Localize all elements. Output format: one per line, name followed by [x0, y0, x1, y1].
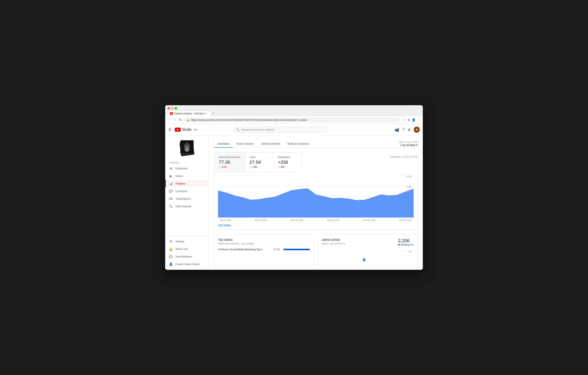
sidebar-label-videos: Videos: [175, 175, 183, 177]
stats-row: Watch time (minutes) 77.3K ↓ ↓ 11% Views…: [214, 152, 302, 172]
sidebar-label-whats-new: What's new: [175, 248, 188, 250]
sidebar-item-whats-new[interactable]: 🔔 What's new: [165, 245, 209, 253]
sidebar-item-other-features[interactable]: 🔍 Other features: [165, 202, 209, 210]
video-views-0: 37.4K: [273, 248, 281, 251]
main-content: Overview Reach viewers Interest viewers …: [209, 135, 423, 270]
logo-svg: [180, 140, 194, 154]
refresh-button[interactable]: ↻: [179, 118, 182, 122]
stat-change-views: ↓ ↓ 10%: [250, 166, 269, 168]
sidebar-label-creator-studio: Creator Studio Classic: [175, 263, 200, 266]
sidebar-item-dashboard[interactable]: ⊞ Dashboard: [165, 165, 209, 172]
sidebar-item-settings[interactable]: ⚙ Settings: [165, 238, 209, 245]
tab-overview[interactable]: Overview: [214, 140, 233, 147]
back-button[interactable]: ←: [168, 118, 171, 122]
stat-label-watch-time: Watch time (minutes): [219, 156, 240, 158]
bookmark-icon[interactable]: ☆: [403, 118, 406, 122]
lock-icon: 🔒: [187, 119, 189, 121]
comments-icon: 💬: [169, 189, 173, 193]
date-label-text: Last 28 days ▾: [400, 143, 418, 146]
date-range-selector[interactable]: Mar 5 – Apr 1, 2019 Last 28 days ▾: [399, 141, 418, 146]
sidebar-label-send-feedback: Send feedback: [175, 255, 192, 258]
videos-icon: ▶: [169, 174, 173, 178]
sidebar-item-comments[interactable]: 💬 Comments: [165, 187, 209, 195]
stat-value-views: 27.5K: [250, 160, 269, 165]
latest-chart-svg: 90: [322, 250, 414, 261]
new-tab-button[interactable]: +: [211, 111, 215, 116]
beta-badge: beta: [193, 129, 198, 131]
chart-visual: 5.0K 3.8K 2.5K 1.3K 0: [218, 176, 414, 218]
chart-svg-area: 5.0K 3.8K 2.5K 1.3K 0: [218, 176, 414, 218]
tab-reach-viewers[interactable]: Reach viewers: [233, 140, 258, 147]
apps-icon[interactable]: ⊕: [408, 127, 411, 132]
user-profile-icon[interactable]: 👤: [412, 118, 416, 122]
sidebar-item-send-feedback[interactable]: 💬 Send feedback: [165, 253, 209, 260]
layers-icon[interactable]: ⊕: [408, 118, 410, 122]
browser-tab[interactable]: ▶ Channel Analytics - YouTube S ✕: [168, 111, 210, 116]
youtube-logo-icon: ▶: [175, 128, 181, 132]
latest-activity-card: Latest activity Views · Last 48 hours ▾ …: [318, 234, 418, 265]
sidebar-toggle-button[interactable]: ☰: [168, 127, 172, 132]
stat-card-views[interactable]: Views 27.5K ↓ ↓ 10%: [245, 153, 273, 172]
sidebar-bottom: ⚙ Settings 🔔 What's new 💬 Send feedback …: [165, 236, 209, 268]
maximize-window-button[interactable]: [175, 107, 177, 110]
chart-x-label-5: Mar 30, 2019: [399, 219, 412, 221]
sidebar-item-creator-studio[interactable]: 👤 Creator Studio Classic: [165, 260, 209, 268]
stat-card-watch-time[interactable]: Watch time (minutes) 77.3K ↓ ↓ 11%: [214, 153, 245, 172]
sidebar-label-dashboard: Dashboard: [175, 167, 188, 170]
minimize-window-button[interactable]: [171, 107, 174, 110]
create-video-button[interactable]: 📹: [395, 127, 399, 132]
top-videos-subtitle: Watch time (minutes) · Last 28 days: [218, 242, 310, 245]
studio-text: Studio: [182, 128, 191, 132]
header-right-actions: 📹 ? ⊕ B: [395, 127, 420, 133]
channel-avatar: [165, 140, 209, 155]
sidebar-item-videos[interactable]: ▶ Videos: [165, 172, 209, 180]
dashboard-icon: ⊞: [169, 166, 173, 170]
chart-x-label-0: Mar 5, 2019: [220, 219, 231, 221]
search-bar[interactable]: 🔍 Search across your channel: [233, 127, 327, 132]
stat-value-subscribers: +336: [278, 160, 297, 165]
tab-build-audience[interactable]: Build an audience: [284, 140, 312, 147]
settings-icon: ⚙: [169, 239, 173, 243]
app-header: ☰ ▶ Studio beta 🔍 Search across your cha…: [165, 124, 423, 135]
creator-studio-icon: 👤: [169, 262, 173, 266]
video-bar: [284, 249, 310, 250]
svg-text:3.8K: 3.8K: [407, 186, 412, 188]
search-input[interactable]: Search across your channel: [241, 128, 324, 131]
latest-activity-chart: 90: [322, 250, 414, 261]
chart-x-label-3: Mar 20, 2019: [327, 219, 339, 221]
sidebar-section-channel: Channel: [165, 160, 209, 165]
sidebar: Channel ⊞ Dashboard ▶ Videos 📊 Analytics…: [165, 135, 209, 270]
stat-label-views: Views: [250, 156, 269, 158]
stat-value-watch-time: 77.3K: [219, 160, 240, 165]
url-field[interactable]: 🔒 https://studio.youtube.com/channel/UCf…: [184, 118, 399, 122]
close-window-button[interactable]: [168, 107, 170, 110]
sidebar-label-transcriptions: Transcriptions: [175, 197, 191, 200]
video-list-item[interactable]: 13 Proven Social Media Marketing Tips f.…: [218, 248, 310, 251]
forward-button[interactable]: →: [173, 118, 177, 122]
bottom-cards-row: Top videos Watch time (minutes) · Last 2…: [214, 234, 418, 265]
search-icon: 🔍: [236, 128, 239, 131]
sidebar-item-analytics[interactable]: 📊 Analytics: [165, 180, 209, 187]
studio-logo: ▶ Studio beta: [175, 128, 198, 132]
arrow-down-icon: ↓: [219, 166, 220, 168]
analytics-icon: 📊: [169, 182, 173, 185]
chart-x-labels: Mar 5, 2019 Mar 10, 2019 Mar 15, 2019 Ma…: [218, 219, 414, 221]
sidebar-item-transcriptions[interactable]: Aa Transcriptions: [165, 195, 209, 202]
updated-timestamp: Updated Apr 1, 2019, 3:00 PM: [389, 152, 418, 158]
stat-card-subscribers[interactable]: Subscribers +336 ↓ ↓ 6%: [273, 153, 302, 172]
user-avatar[interactable]: B: [414, 127, 420, 133]
chevron-down-icon[interactable]: ▾: [344, 242, 345, 245]
help-button[interactable]: ?: [402, 127, 404, 132]
menu-icon[interactable]: ⋮: [418, 118, 420, 122]
latest-activity-title: Latest activity: [322, 238, 345, 242]
live-dot-icon: [398, 244, 400, 245]
chart-x-label-2: Mar 15, 2019: [291, 219, 303, 221]
analytics-chart: 5.0K 3.8K 2.5K 1.3K 0 Mar 5, 2019 Mar 10…: [214, 172, 418, 230]
svg-rect-16: [363, 258, 365, 261]
tab-close-button[interactable]: ✕: [206, 112, 208, 115]
tab-interest-viewers[interactable]: Interest viewers: [258, 140, 284, 147]
see-more-button[interactable]: SEE MORE: [218, 221, 231, 228]
video-title-0: 13 Proven Social Media Marketing Tips f.…: [218, 248, 271, 251]
sidebar-label-analytics: Analytics: [175, 182, 185, 185]
channel-logo: [179, 140, 195, 155]
